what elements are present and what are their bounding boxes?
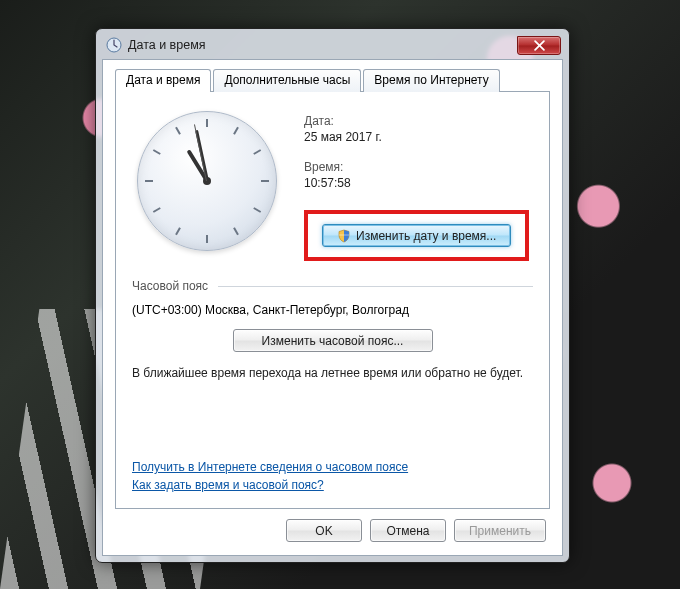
- date-label: Дата:: [304, 114, 533, 128]
- clock-icon: [106, 37, 122, 53]
- highlight-box: Изменить дату и время...: [304, 210, 529, 261]
- cancel-button[interactable]: Отмена: [370, 519, 446, 542]
- tabpage-date-time: Дата: 25 мая 2017 г. Время: 10:57:58 Изм…: [115, 91, 550, 509]
- divider: [218, 286, 533, 287]
- link-timezone-info[interactable]: Получить в Интернете сведения о часовом …: [132, 460, 408, 474]
- change-timezone-button[interactable]: Изменить часовой пояс...: [233, 329, 433, 352]
- svg-rect-1: [339, 234, 349, 235]
- button-label: Применить: [469, 524, 531, 538]
- dst-note: В ближайшее время перехода на летнее вре…: [132, 366, 533, 380]
- time-label: Время:: [304, 160, 533, 174]
- change-date-time-button[interactable]: Изменить дату и время...: [322, 224, 511, 247]
- time-value: 10:57:58: [304, 176, 533, 190]
- dialog-buttons: OK Отмена Применить: [115, 509, 550, 542]
- tab-internet-time[interactable]: Время по Интернету: [363, 69, 499, 92]
- tab-label: Время по Интернету: [374, 73, 488, 87]
- button-label: Изменить часовой пояс...: [262, 334, 404, 348]
- button-label: Отмена: [386, 524, 429, 538]
- tab-label: Дополнительные часы: [224, 73, 350, 87]
- tab-label: Дата и время: [126, 73, 200, 87]
- button-label: OK: [315, 524, 332, 538]
- apply-button[interactable]: Применить: [454, 519, 546, 542]
- tab-additional-clocks[interactable]: Дополнительные часы: [213, 69, 361, 92]
- link-how-to-set-time[interactable]: Как задать время и часовой пояс?: [132, 478, 408, 492]
- analog-clock: [132, 106, 282, 256]
- ok-button[interactable]: OK: [286, 519, 362, 542]
- button-label: Изменить дату и время...: [356, 229, 496, 243]
- date-time-dialog: Дата и время Дата и время Дополнительные…: [95, 28, 570, 563]
- tabstrip: Дата и время Дополнительные часы Время п…: [115, 69, 550, 92]
- client-area: Дата и время Дополнительные часы Время п…: [102, 59, 563, 556]
- date-value: 25 мая 2017 г.: [304, 130, 533, 144]
- close-button[interactable]: [517, 36, 561, 55]
- titlebar[interactable]: Дата и время: [102, 35, 563, 59]
- timezone-value: (UTC+03:00) Москва, Санкт-Петербург, Вол…: [132, 303, 533, 317]
- window-title: Дата и время: [128, 38, 511, 52]
- shield-icon: [337, 229, 351, 243]
- timezone-section-label: Часовой пояс: [132, 279, 208, 293]
- tab-date-time[interactable]: Дата и время: [115, 69, 211, 92]
